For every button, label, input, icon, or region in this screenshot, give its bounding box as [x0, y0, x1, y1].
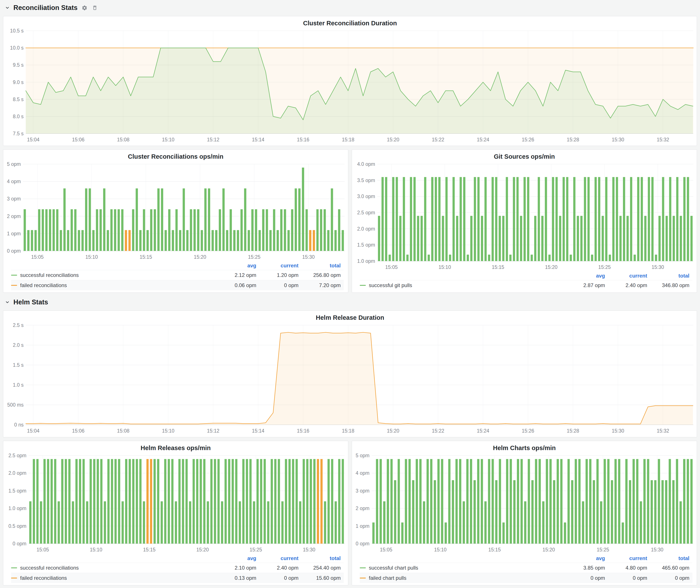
panel-title-helm-charts-opm[interactable]: Helm Charts ops/min: [352, 442, 697, 452]
panel-title-cluster-reconciliations-opm[interactable]: Cluster Reconciliations ops/min: [3, 150, 348, 161]
helm-charts-opm-chart[interactable]: 15:0515:1015:1515:2015:2515:300 opm1 opm…: [352, 452, 697, 554]
gear-icon[interactable]: [81, 4, 88, 11]
section-title-reconciliation[interactable]: Reconciliation Stats: [13, 4, 77, 12]
svg-text:15:20: 15:20: [387, 137, 399, 142]
section-header-reconciliation: Reconciliation Stats: [3, 2, 697, 13]
legend-column-avg[interactable]: avg: [566, 273, 608, 279]
svg-text:15:15: 15:15: [143, 547, 156, 552]
svg-text:15:18: 15:18: [342, 428, 354, 434]
legend-column-avg[interactable]: avg: [217, 555, 259, 561]
svg-text:2.0 opm: 2.0 opm: [8, 470, 26, 476]
svg-text:15:25: 15:25: [597, 547, 609, 552]
chevron-down-icon[interactable]: [5, 5, 10, 10]
svg-text:15:08: 15:08: [117, 428, 129, 434]
cluster-reconciliation-duration-chart[interactable]: 15:0415:0615:0815:1015:1215:1415:1615:18…: [3, 28, 697, 144]
svg-text:3 opm: 3 opm: [7, 196, 21, 202]
legend-row: successful reconciliations2.10 opm2.40 o…: [11, 563, 344, 573]
svg-text:2 opm: 2 opm: [7, 213, 21, 219]
helm-release-duration-chart[interactable]: 15:0415:0615:0815:1015:1215:1415:1615:18…: [3, 322, 697, 435]
svg-text:15:04: 15:04: [27, 137, 40, 142]
svg-text:0.5 opm: 0.5 opm: [8, 523, 26, 529]
legend-series-failed-reconciliations[interactable]: failed reconciliations: [11, 282, 217, 288]
svg-text:15:14: 15:14: [252, 428, 265, 434]
legend-value-current: 1.20 opm: [259, 272, 302, 278]
svg-text:15:10: 15:10: [85, 254, 98, 260]
svg-text:5 opm: 5 opm: [7, 161, 21, 167]
git-sources-opm-chart[interactable]: 15:0515:1015:1515:2015:2515:301.0 opm1.5…: [352, 161, 697, 271]
svg-text:15:26: 15:26: [522, 428, 534, 434]
legend-column-total[interactable]: total: [302, 263, 344, 269]
svg-text:15:18: 15:18: [342, 137, 354, 142]
panel-title-cluster-reconciliation-duration[interactable]: Cluster Reconciliation Duration: [3, 17, 697, 28]
legend-value-total: 346.80 opm: [650, 282, 692, 288]
legend-value-avg: 0 opm: [566, 575, 608, 581]
legend-row: failed chart pulls0 opm0 opm0 opm: [360, 573, 692, 583]
svg-text:15:20: 15:20: [387, 428, 399, 434]
legend-column-current[interactable]: current: [608, 273, 650, 279]
panel-title-helm-releases-opm[interactable]: Helm Releases ops/min: [3, 442, 348, 452]
legend-series-successful-git-pulls[interactable]: successful git pulls: [360, 282, 566, 288]
svg-text:15:06: 15:06: [72, 428, 85, 434]
legend-cluster-reconciliations: avgcurrenttotalsuccessful reconciliation…: [3, 261, 348, 291]
svg-text:15:20: 15:20: [194, 254, 206, 260]
legend-series-failed-reconciliations[interactable]: failed reconciliations: [11, 575, 217, 581]
legend-value-current: 4.80 opm: [608, 565, 650, 571]
legend-series-label: successful chart pulls: [369, 565, 418, 571]
section-header-helm: Helm Stats: [3, 296, 697, 307]
chevron-down-icon[interactable]: [5, 300, 10, 305]
legend-series-successful-reconciliations[interactable]: successful reconciliations: [11, 565, 217, 571]
grafana-dashboard: Reconciliation Stats Cluster Reconciliat…: [0, 0, 700, 588]
cluster-reconciliations-opm-chart[interactable]: 15:0515:1015:1515:2015:2515:300 opm1 opm…: [3, 161, 348, 261]
svg-text:15:30: 15:30: [302, 254, 315, 260]
legend-series-failed-chart-pulls[interactable]: failed chart pulls: [360, 575, 566, 581]
legend-row: failed reconciliations0.06 opm0 opm7.20 …: [11, 280, 344, 290]
legend-value-current: 0 opm: [259, 575, 302, 581]
trash-icon[interactable]: [91, 4, 98, 11]
legend-column-current[interactable]: current: [608, 555, 650, 561]
panel-cluster-reconciliations-opm: Cluster Reconciliations ops/min 15:0515:…: [3, 149, 348, 293]
panel-cluster-reconciliation-duration: Cluster Reconciliation Duration 15:0415:…: [3, 16, 697, 146]
legend-column-total[interactable]: total: [302, 555, 344, 561]
helm-releases-opm-chart[interactable]: 15:0515:1015:1515:2015:2515:300 opm0.5 o…: [3, 452, 348, 554]
series-color-dash: [11, 275, 17, 276]
svg-text:15:12: 15:12: [207, 428, 219, 434]
legend-row: failed reconciliations0.13 opm0 opm15.60…: [11, 573, 344, 583]
panel-helm-charts-opm: Helm Charts ops/min 15:0515:1015:1515:20…: [352, 441, 697, 585]
section-title-helm[interactable]: Helm Stats: [13, 298, 48, 306]
svg-text:2.0 s: 2.0 s: [13, 342, 24, 348]
svg-text:9.0 s: 9.0 s: [13, 79, 24, 85]
panel-title-git-sources-opm[interactable]: Git Sources ops/min: [352, 150, 697, 161]
svg-text:15:04: 15:04: [27, 428, 40, 434]
svg-text:15:16: 15:16: [297, 137, 310, 142]
svg-text:15:12: 15:12: [207, 137, 219, 142]
legend-column-total[interactable]: total: [650, 273, 692, 279]
legend-column-current[interactable]: current: [259, 555, 302, 561]
svg-text:15:10: 15:10: [434, 547, 447, 552]
svg-text:3 opm: 3 opm: [356, 488, 369, 494]
legend-value-avg: 2.12 opm: [217, 272, 259, 278]
svg-text:15:05: 15:05: [385, 264, 398, 270]
svg-text:15:22: 15:22: [432, 137, 444, 142]
series-color-dash: [360, 285, 366, 286]
svg-text:15:20: 15:20: [545, 264, 558, 270]
svg-text:15:06: 15:06: [72, 137, 85, 142]
svg-text:15:10: 15:10: [439, 264, 451, 270]
panel-title-helm-release-duration[interactable]: Helm Release Duration: [3, 312, 697, 322]
legend-column-current[interactable]: current: [259, 263, 302, 269]
svg-text:4 opm: 4 opm: [356, 470, 369, 476]
legend-column-total[interactable]: total: [650, 555, 692, 561]
series-color-dash: [11, 578, 17, 578]
legend-column-avg[interactable]: avg: [217, 263, 259, 269]
legend-value-avg: 3.85 opm: [566, 565, 608, 571]
svg-text:15:28: 15:28: [567, 428, 579, 434]
legend-series-successful-reconciliations[interactable]: successful reconciliations: [11, 272, 217, 278]
legend-series-successful-chart-pulls[interactable]: successful chart pulls: [360, 565, 566, 571]
legend-value-avg: 2.10 opm: [217, 565, 259, 571]
legend-header: avgcurrenttotal: [360, 271, 692, 280]
svg-text:1 opm: 1 opm: [356, 523, 369, 529]
legend-value-total: 0 opm: [650, 575, 692, 581]
legend-column-avg[interactable]: avg: [566, 555, 608, 561]
legend-series-label: successful reconciliations: [20, 565, 79, 571]
row-helm-ops: Helm Releases ops/min 15:0515:1015:1515:…: [3, 441, 697, 585]
svg-text:15:20: 15:20: [196, 547, 209, 552]
